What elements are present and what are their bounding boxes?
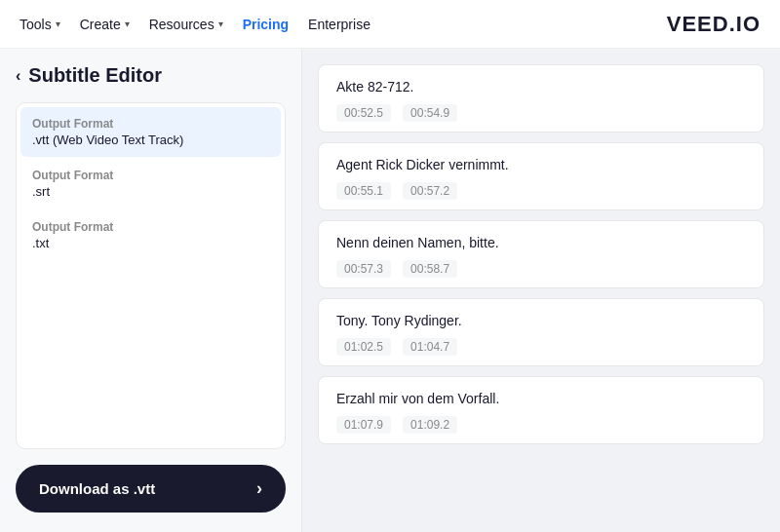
subtitle-card: Nenn deinen Namen, bitte. 00:57.3 00:58.… <box>318 220 764 288</box>
subtitle-text: Nenn deinen Namen, bitte. <box>336 235 746 250</box>
subtitle-card: Akte 82-712. 00:52.5 00:54.9 <box>318 64 764 133</box>
nav-pricing[interactable]: Pricing <box>243 17 289 32</box>
subtitle-text: Erzahl mir von dem Vorfall. <box>336 391 746 406</box>
nav-tools-label: Tools <box>20 17 52 32</box>
download-button-label: Download as .vtt <box>39 480 155 497</box>
subtitle-end-time: 00:54.9 <box>403 104 457 122</box>
subtitle-times: 01:02.5 01:04.7 <box>336 338 746 356</box>
subtitle-start-time: 00:52.5 <box>336 104 391 122</box>
download-button[interactable]: Download as .vtt › <box>16 465 286 513</box>
format-value-vtt: .vtt (Web Video Text Track) <box>32 133 269 147</box>
format-option-srt[interactable]: Output Format .srt <box>20 159 281 209</box>
subtitle-start-time: 00:55.1 <box>336 182 391 200</box>
chevron-down-icon: ▾ <box>125 19 130 29</box>
main-layout: ‹ Subtitle Editor Output Format .vtt (We… <box>0 49 780 532</box>
subtitle-card: Agent Rick Dicker vernimmt. 00:55.1 00:5… <box>318 142 764 210</box>
subtitle-card: Tony. Tony Rydinger. 01:02.5 01:04.7 <box>318 298 764 366</box>
subtitle-end-time: 00:58.7 <box>403 260 457 278</box>
subtitle-times: 00:55.1 00:57.2 <box>336 182 746 200</box>
nav-left: Tools ▾ Create ▾ Resources ▾ Pricing Ent… <box>20 17 370 32</box>
nav-enterprise[interactable]: Enterprise <box>308 17 370 32</box>
subtitle-end-time: 01:04.7 <box>403 338 457 356</box>
format-label-txt: Output Format <box>32 220 269 234</box>
subtitle-start-time: 01:02.5 <box>336 338 391 356</box>
arrow-right-icon: › <box>256 478 262 499</box>
subtitle-start-time: 00:57.3 <box>336 260 391 278</box>
subtitle-card: Erzahl mir von dem Vorfall. 01:07.9 01:0… <box>318 376 764 444</box>
format-value-srt: .srt <box>32 184 269 199</box>
sidebar-header: ‹ Subtitle Editor <box>16 64 286 87</box>
nav-pricing-label: Pricing <box>243 17 289 32</box>
subtitle-text: Akte 82-712. <box>336 79 746 95</box>
nav-resources-label: Resources <box>149 17 214 32</box>
format-cards-list: Output Format .vtt (Web Video Text Track… <box>16 102 286 449</box>
logo: VEED.IO <box>667 12 760 37</box>
chevron-down-icon: ▾ <box>218 19 223 29</box>
format-option-vtt[interactable]: Output Format .vtt (Web Video Text Track… <box>20 107 281 157</box>
sidebar-title: Subtitle Editor <box>28 64 162 87</box>
subtitle-start-time: 01:07.9 <box>336 416 391 434</box>
format-value-txt: .txt <box>32 236 269 250</box>
back-button[interactable]: ‹ <box>16 67 20 85</box>
sidebar: ‹ Subtitle Editor Output Format .vtt (We… <box>0 49 302 532</box>
nav-enterprise-label: Enterprise <box>308 17 370 32</box>
nav-create-label: Create <box>80 17 121 32</box>
subtitle-end-time: 00:57.2 <box>403 182 457 200</box>
format-label-srt: Output Format <box>32 169 269 182</box>
subtitle-text: Agent Rick Dicker vernimmt. <box>336 157 746 172</box>
subtitle-end-time: 01:09.2 <box>403 416 457 434</box>
nav-resources[interactable]: Resources ▾ <box>149 17 223 32</box>
subtitles-content: Akte 82-712. 00:52.5 00:54.9 Agent Rick … <box>302 49 780 532</box>
subtitle-times: 00:52.5 00:54.9 <box>336 104 746 122</box>
subtitle-times: 01:07.9 01:09.2 <box>336 416 746 434</box>
chevron-down-icon: ▾ <box>56 19 60 29</box>
navbar: Tools ▾ Create ▾ Resources ▾ Pricing Ent… <box>0 0 780 49</box>
format-label-vtt: Output Format <box>32 117 269 131</box>
nav-tools[interactable]: Tools ▾ <box>20 17 60 32</box>
format-option-txt[interactable]: Output Format .txt <box>20 210 281 260</box>
subtitle-times: 00:57.3 00:58.7 <box>336 260 746 278</box>
nav-create[interactable]: Create ▾ <box>80 17 130 32</box>
subtitle-text: Tony. Tony Rydinger. <box>336 313 746 328</box>
